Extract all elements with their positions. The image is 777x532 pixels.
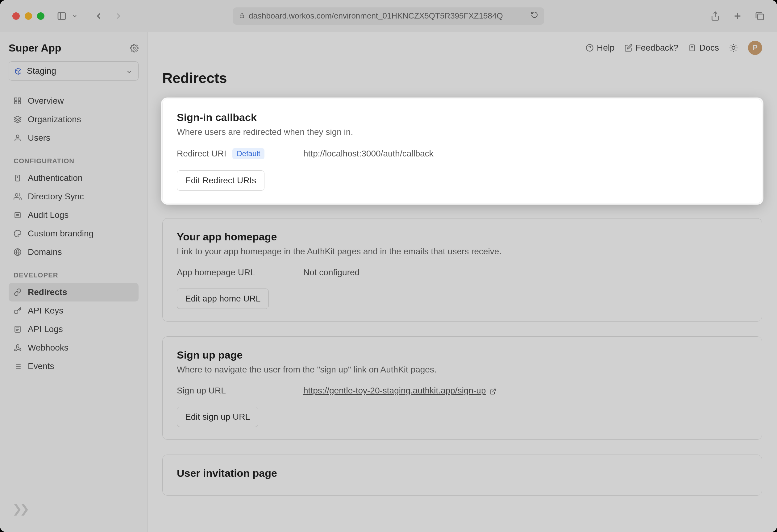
edit-redirect-uris-button[interactable]: Edit Redirect URIs: [177, 170, 264, 191]
card-desc: Where to navigate the user from the "sig…: [177, 365, 748, 375]
lock-icon: [239, 11, 245, 21]
grid-icon: [14, 97, 22, 105]
page-title: Redirects: [162, 70, 762, 86]
theme-toggle[interactable]: [729, 43, 738, 52]
list-icon: [14, 362, 22, 370]
environment-label: Staging: [27, 66, 56, 76]
svg-line-41: [731, 45, 731, 46]
sidebar-item-users[interactable]: Users: [9, 129, 138, 147]
redirect-uri-value: http://localhost:3000/auth/callback: [303, 149, 434, 158]
card-desc: Link to your app homepage in the AuthKit…: [177, 246, 748, 256]
chevron-down-icon: [126, 68, 133, 74]
svg-rect-18: [15, 212, 20, 218]
new-tab-icon[interactable]: [733, 11, 743, 21]
sidebar-item-label: Overview: [28, 96, 64, 106]
svg-point-14: [16, 135, 19, 138]
docs-label: Docs: [699, 43, 719, 53]
sidebar-item-organizations[interactable]: Organizations: [9, 110, 138, 129]
card-title: Sign up page: [177, 349, 748, 361]
homepage-url-value: Not configured: [303, 268, 359, 278]
close-window-button[interactable]: [12, 12, 20, 20]
users-icon: [14, 193, 22, 201]
user-icon: [14, 134, 22, 142]
file-icon: [14, 325, 22, 333]
tabs-icon[interactable]: [755, 11, 765, 21]
link-icon: [14, 288, 22, 296]
avatar[interactable]: P: [748, 41, 762, 55]
svg-rect-6: [758, 14, 763, 20]
sidebar-item-label: Events: [28, 361, 54, 371]
edit-app-home-url-button[interactable]: Edit app home URL: [177, 289, 269, 309]
svg-rect-2: [240, 15, 244, 18]
sidebar-item-label: Domains: [28, 247, 62, 257]
sidebar-item-directory-sync[interactable]: Directory Sync: [9, 187, 138, 206]
minimize-window-button[interactable]: [25, 12, 32, 20]
signup-url-link[interactable]: https://gentle-toy-20-staging.authkit.ap…: [303, 386, 496, 396]
edit-signup-url-button[interactable]: Edit sign up URL: [177, 407, 258, 427]
main-content: Help Feedback? Docs P Redirects: [147, 32, 777, 532]
sidebar-section-developer: DEVELOPER: [14, 271, 138, 279]
edit-icon: [625, 44, 633, 52]
sidebar-item-api-keys[interactable]: API Keys: [9, 302, 138, 320]
sidebar-item-api-logs[interactable]: API Logs: [9, 320, 138, 338]
signup-url-value: https://gentle-toy-20-staging.authkit.ap…: [303, 386, 486, 396]
svg-rect-0: [58, 13, 66, 19]
svg-rect-9: [14, 98, 17, 100]
sidebar-item-custom-branding[interactable]: Custom branding: [9, 224, 138, 243]
svg-rect-15: [16, 175, 20, 181]
sidebar-item-events[interactable]: Events: [9, 357, 138, 376]
sidebar-item-label: API Keys: [28, 306, 63, 316]
card-signin-callback: Sign-in callback Where users are redirec…: [162, 99, 762, 203]
gear-icon[interactable]: [130, 44, 138, 52]
sidebar-toggle-icon[interactable]: [57, 11, 67, 21]
sidebar-item-overview[interactable]: Overview: [9, 92, 138, 110]
external-link-icon: [489, 387, 496, 394]
browser-titlebar: dashboard.workos.com/environment_01HKNCZ…: [0, 0, 777, 32]
feedback-link[interactable]: Feedback?: [625, 43, 679, 53]
sidebar-section-configuration: CONFIGURATION: [14, 157, 138, 165]
row-label: Sign up URL: [177, 386, 226, 396]
sidebar-item-label: Users: [28, 133, 50, 143]
sidebar-item-label: Webhooks: [28, 343, 69, 353]
sidebar-item-authentication[interactable]: Authentication: [9, 169, 138, 187]
webhook-icon: [14, 344, 22, 352]
svg-point-7: [133, 47, 135, 49]
maximize-window-button[interactable]: [37, 12, 44, 20]
back-button[interactable]: [94, 11, 104, 21]
docs-link[interactable]: Docs: [688, 43, 719, 53]
svg-point-38: [732, 46, 735, 49]
sidebar-item-domains[interactable]: Domains: [9, 243, 138, 261]
avatar-initial: P: [753, 43, 758, 52]
reload-icon[interactable]: [531, 11, 538, 21]
svg-line-47: [492, 389, 495, 392]
svg-line-42: [736, 50, 736, 50]
main-header: Help Feedback? Docs P: [147, 32, 777, 64]
url-bar[interactable]: dashboard.workos.com/environment_01HKNCZ…: [233, 7, 544, 25]
palette-icon: [14, 230, 22, 238]
shield-icon: [14, 174, 22, 182]
svg-point-17: [15, 194, 18, 196]
window-controls: [12, 12, 44, 20]
default-badge: Default: [232, 148, 264, 159]
key-icon: [14, 307, 22, 315]
help-link[interactable]: Help: [586, 43, 615, 53]
forward-button[interactable]: [114, 11, 123, 21]
sidebar-item-label: Redirects: [28, 287, 67, 297]
sidebar-item-label: Organizations: [28, 114, 81, 124]
chevron-down-icon[interactable]: [72, 13, 78, 19]
environment-selector[interactable]: Staging: [9, 62, 138, 81]
share-icon[interactable]: [710, 11, 720, 21]
sidebar-item-redirects[interactable]: Redirects: [9, 283, 138, 302]
workos-logo: [12, 500, 32, 520]
sidebar-item-label: Audit Logs: [28, 210, 69, 220]
help-icon: [586, 44, 594, 52]
card-title: User invitation page: [177, 467, 748, 479]
card-title: Sign-in callback: [177, 111, 748, 123]
sidebar-item-audit-logs[interactable]: Audit Logs: [9, 206, 138, 224]
clipboard-icon: [14, 211, 22, 219]
sidebar-item-label: Authentication: [28, 173, 82, 183]
card-desc: Where users are redirected when they sig…: [177, 127, 748, 137]
sidebar-item-webhooks[interactable]: Webhooks: [9, 338, 138, 357]
url-text: dashboard.workos.com/environment_01HKNCZ…: [249, 11, 503, 21]
docs-icon: [688, 44, 696, 52]
